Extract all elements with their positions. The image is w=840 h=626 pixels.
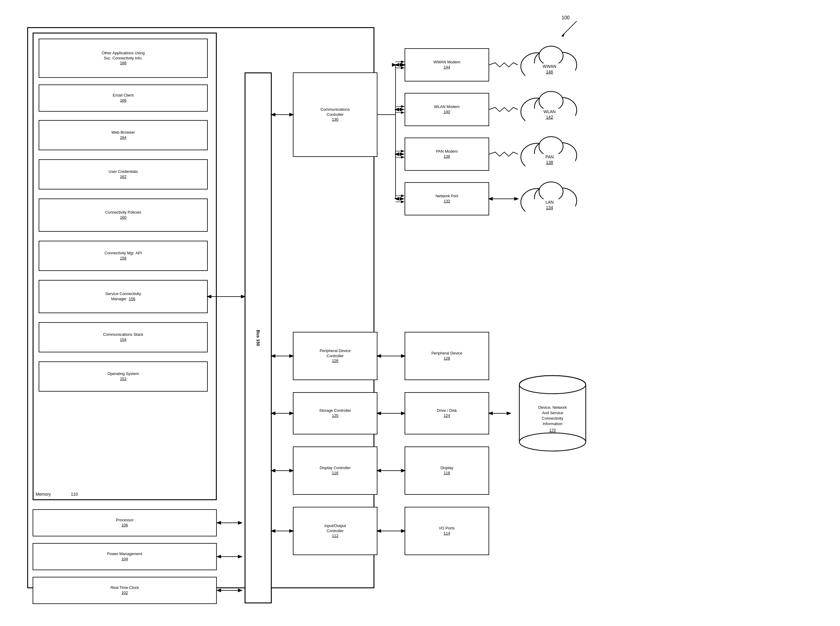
svg-point-5: [539, 46, 563, 66]
communications-controller-box: CommunicationsController 130: [293, 72, 377, 157]
real-time-clock-box: Real Time Clock 102: [33, 577, 217, 604]
wlan-cloud-svg: WLAN 142: [516, 81, 586, 130]
memory-label: Memory 110: [36, 492, 78, 496]
lan-cloud-svg: LAN 134: [516, 172, 586, 220]
power-management-box: Power Management 104: [33, 543, 217, 570]
processor-box: Processor 106: [33, 509, 217, 537]
peripheral-device-controller-box: Peripheral DeviceController 126: [293, 332, 377, 380]
svg-point-12: [539, 91, 563, 111]
svg-point-35: [520, 376, 585, 393]
svg-text:WWAN: WWAN: [543, 64, 556, 69]
io-ports-box: I/O Ports 114: [405, 507, 489, 555]
svg-text:Connectivity: Connectivity: [542, 416, 564, 421]
connectivity-mgr-api-box: Connectivity Mgr. API 158: [39, 241, 208, 271]
operating-system-box: Operating System 152: [39, 362, 208, 391]
pan-modem-box: PAN Modem 136: [405, 138, 489, 171]
display-box: Display 118: [405, 446, 489, 495]
svg-text:138: 138: [546, 160, 553, 165]
pan-cloud-svg: PAN 138: [516, 127, 586, 175]
svg-point-34: [519, 433, 586, 451]
diagram-container: 100 Memory 110 Other Applications UsingS…: [12, 12, 827, 609]
communications-stack-box: Communications Stack 154: [39, 322, 208, 352]
email-client-box: Email Client 166: [39, 85, 208, 112]
connectivity-policies-box: Connectivity Policies 160: [39, 199, 208, 232]
svg-text:And Service: And Service: [542, 411, 563, 415]
svg-line-0: [562, 21, 577, 36]
svg-text:Information: Information: [543, 421, 562, 426]
ref-number-100: 100: [562, 15, 570, 20]
svg-text:170: 170: [549, 428, 556, 432]
svg-text:PAN: PAN: [545, 155, 554, 159]
display-controller-box: Display Controller 116: [293, 446, 377, 495]
svg-text:Device, Network: Device, Network: [539, 405, 567, 410]
other-apps-box: Other Applications UsingSvc. Connectivit…: [39, 39, 208, 78]
svg-point-26: [539, 182, 563, 201]
peripheral-device-box: Peripheral Device 128: [405, 332, 489, 380]
storage-controller-box: Storage Controller 120: [293, 392, 377, 434]
svg-text:134: 134: [546, 205, 553, 210]
wlan-modem-box: WLAN Modem 140: [405, 93, 489, 126]
bus-box: Bus 150: [245, 72, 272, 603]
web-browser-box: Web Browser 164: [39, 120, 208, 150]
user-credentials-box: User Credentials 162: [39, 159, 208, 189]
wwan-modem-box: WWAN Modem 144: [405, 48, 489, 81]
wwan-cloud-svg: WWAN 146: [516, 36, 586, 85]
io-controller-box: Input/OutputController 112: [293, 507, 377, 555]
svg-point-19: [539, 137, 563, 156]
drive-disk-box: Drive / Disk 124: [405, 392, 489, 434]
svg-text:LAN: LAN: [545, 200, 553, 205]
svg-text:146: 146: [546, 69, 553, 74]
service-connectivity-mgr-box: Service ConnectivityManager 156: [39, 280, 208, 313]
svg-text:142: 142: [546, 115, 553, 119]
database-svg: Device, Network And Service Connectivity…: [510, 374, 595, 459]
svg-text:WLAN: WLAN: [543, 109, 556, 114]
network-port-box: Network Port 132: [405, 182, 489, 215]
